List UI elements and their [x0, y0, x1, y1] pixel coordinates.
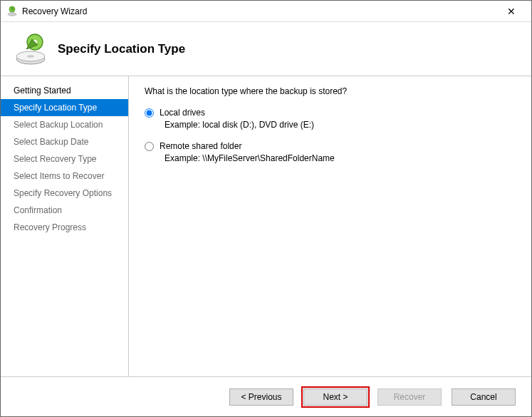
wizard-content: What is the location type where the back…: [129, 76, 531, 376]
option-local-drives-label: Local drives: [160, 108, 205, 118]
question-text: What is the location type where the back…: [145, 86, 516, 96]
wizard-steps-sidebar: Getting Started Specify Location Type Se…: [1, 76, 129, 376]
previous-button[interactable]: < Previous: [229, 388, 293, 406]
step-confirmation: Confirmation: [1, 202, 128, 219]
step-select-recovery-type: Select Recovery Type: [1, 150, 128, 168]
step-select-backup-location: Select Backup Location: [1, 116, 128, 133]
option-local-drives-row[interactable]: Local drives: [145, 108, 516, 118]
option-remote-folder-label: Remote shared folder: [160, 141, 241, 151]
page-title: Specify Location Type: [58, 42, 185, 56]
svg-point-1: [8, 12, 16, 15]
option-remote-folder-row[interactable]: Remote shared folder: [145, 141, 516, 151]
wizard-header: Specify Location Type: [1, 22, 531, 76]
next-button[interactable]: Next >: [303, 388, 367, 406]
step-specify-recovery-options: Specify Recovery Options: [1, 185, 128, 202]
step-select-items-to-recover: Select Items to Recover: [1, 168, 128, 185]
step-specify-location-type[interactable]: Specify Location Type: [1, 99, 128, 116]
close-button[interactable]: ✕: [497, 1, 526, 21]
close-icon: ✕: [507, 6, 516, 17]
recovery-wizard-window: Recovery Wizard ✕ Specify Location Type …: [0, 0, 532, 417]
radio-local-drives[interactable]: [145, 108, 154, 118]
svg-point-4: [27, 55, 34, 58]
step-select-backup-date: Select Backup Date: [1, 133, 128, 150]
wizard-footer: < Previous Next > Recover Cancel: [1, 376, 531, 416]
radio-remote-folder[interactable]: [145, 142, 154, 151]
titlebar: Recovery Wizard ✕: [1, 1, 531, 22]
option-remote-folder-example: Example: \\MyFileServer\SharedFolderName: [165, 153, 516, 163]
wizard-body: Getting Started Specify Location Type Se…: [1, 76, 531, 376]
window-title: Recovery Wizard: [22, 6, 497, 16]
step-getting-started[interactable]: Getting Started: [1, 82, 128, 99]
step-recovery-progress: Recovery Progress: [1, 219, 128, 236]
cancel-button[interactable]: Cancel: [452, 388, 516, 406]
app-icon: [6, 6, 18, 17]
recovery-icon: [14, 32, 48, 66]
option-local-drives-example: Example: local disk (D:), DVD drive (E:): [165, 120, 516, 130]
recover-button: Recover: [377, 388, 442, 406]
